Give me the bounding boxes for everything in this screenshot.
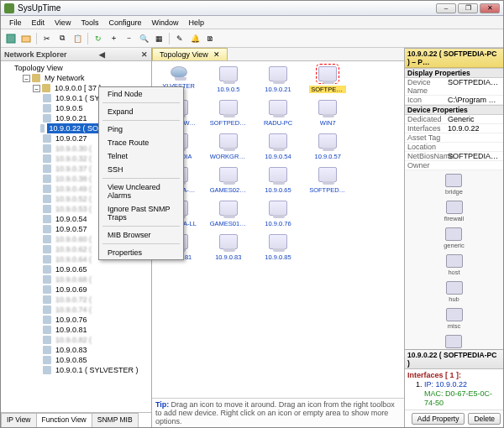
palette-printer[interactable]: printer xyxy=(445,335,463,349)
interface-ip: 10.9.0.22 xyxy=(436,380,468,389)
add-property-button[interactable]: Add Property xyxy=(412,413,465,425)
ctx-properties[interactable]: Properties xyxy=(99,246,183,259)
tree-node[interactable]: 10.9.0.1 ( SYLVESTER ) xyxy=(34,365,150,375)
menu-help[interactable]: Help xyxy=(183,18,209,28)
close-button[interactable]: ✕ xyxy=(480,3,500,13)
property-row[interactable]: DedicatedGeneric xyxy=(405,115,503,124)
delete-button[interactable]: Delete xyxy=(468,413,501,425)
property-row[interactable]: Location xyxy=(405,143,503,152)
property-row[interactable]: Asset Tag xyxy=(405,133,503,143)
tree-node[interactable]: 10.9.0.65 xyxy=(34,264,150,274)
topology-node[interactable]: GAMES02-PC xyxy=(205,167,251,194)
topology-canvas[interactable]: YLVESTER10.9.0.510.9.0.21SOFTPEDIA-PCEDI… xyxy=(152,61,404,398)
menu-configure[interactable]: Configure xyxy=(103,18,146,28)
toolbar-refresh-icon[interactable]: ↻ xyxy=(92,32,105,45)
tree-node[interactable]: 10.9.0.72 ( xyxy=(34,295,150,305)
toolbar-edit-icon[interactable]: ✎ xyxy=(173,32,186,45)
interfaces-section: Interfaces [ 1 ]: xyxy=(407,371,501,380)
property-row[interactable]: Interfaces10.9.0.22 xyxy=(405,124,503,133)
computer-icon xyxy=(318,133,337,149)
tree-node[interactable]: 10.9.0.69 xyxy=(34,284,150,295)
tree-node[interactable]: 10.9.0.83 xyxy=(34,345,150,355)
toolbar-save-icon[interactable] xyxy=(4,32,18,45)
ctx-telnet[interactable]: Telnet xyxy=(99,149,183,163)
topology-node-label: SOFTPEDIA-232 xyxy=(210,119,247,127)
tree-node[interactable]: 10.9.0.85 xyxy=(34,355,150,365)
topology-node[interactable]: SOFTPEDIA-PC xyxy=(305,66,351,93)
tree-node[interactable]: 10.9.0.68 ( xyxy=(34,274,150,284)
maximize-button[interactable]: ❐ xyxy=(458,3,478,13)
ctx-trace-route[interactable]: Trace Route xyxy=(99,136,183,149)
toolbar: ✂ ⧉ 📋 ↻ ＋ － 🔍 ▦ ✎ 🔔 🗎 xyxy=(1,29,503,48)
topology-node[interactable]: WORKGROUP xyxy=(205,133,251,160)
topology-node-label: 10.9.0.85 xyxy=(265,253,291,261)
computer-icon xyxy=(269,234,287,249)
palette-firewall[interactable]: firewall xyxy=(444,201,464,222)
topology-node[interactable]: WIN7 xyxy=(305,100,351,127)
toolbar-paste-icon[interactable]: 📋 xyxy=(71,32,84,45)
toolbar-cut-icon[interactable]: ✂ xyxy=(40,32,54,45)
topology-node[interactable]: SOFTPEDIA-232 xyxy=(205,100,251,127)
topology-node[interactable]: 10.9.0.5 xyxy=(205,66,251,93)
pane-close-icon[interactable]: ✕ xyxy=(141,50,148,59)
topology-node[interactable]: 10.9.0.76 xyxy=(255,201,301,227)
palette-misc[interactable]: misc xyxy=(446,308,463,330)
context-menu: Find NodeExpandPingTrace RouteTelnetSSHV… xyxy=(98,86,184,260)
topology-node[interactable]: SOFTPEDIA-CLI xyxy=(305,167,351,194)
topology-node-label: 10.9.0.76 xyxy=(265,220,291,227)
toolbar-zoomin-icon[interactable]: ＋ xyxy=(107,32,120,45)
tree-node[interactable]: 10.9.0.81 xyxy=(34,325,150,335)
ctx-view-uncleared-alarms[interactable]: View Uncleared Alarms xyxy=(99,180,183,202)
tree-root[interactable]: –My Network xyxy=(14,73,150,83)
property-row[interactable]: Device NameSOFTPEDIA-PC xyxy=(405,78,503,96)
palette-hub[interactable]: hub xyxy=(446,281,463,303)
toolbar-copy-icon[interactable]: ⧉ xyxy=(55,32,69,45)
tree-node[interactable]: 10.9.0.76 xyxy=(34,315,150,325)
toolbar-search-icon[interactable]: 🔍 xyxy=(137,32,150,45)
topology-node[interactable]: GAMES01-PC xyxy=(205,201,251,227)
svg-rect-0 xyxy=(7,34,15,43)
ctx-ssh[interactable]: SSH xyxy=(99,163,183,176)
toolbar-zoomout-icon[interactable]: － xyxy=(122,32,135,45)
palette-bridge[interactable]: bridge xyxy=(445,174,463,196)
pin-icon[interactable]: ◀ xyxy=(99,50,105,59)
tab-topology-view[interactable]: Topology View✕ xyxy=(152,48,228,60)
ctx-mib-browser[interactable]: MIB Browser xyxy=(99,228,183,242)
property-row[interactable]: Owner xyxy=(405,161,503,170)
property-row[interactable]: IconC:\Program Files (… xyxy=(405,96,503,105)
left-tab-ipview[interactable]: IP View xyxy=(1,413,37,427)
toolbar-bell-icon[interactable]: 🔔 xyxy=(188,32,202,45)
menu-edit[interactable]: Edit xyxy=(27,18,50,28)
topology-node[interactable]: 10.9.0.54 xyxy=(255,133,301,160)
status-tip: Tip: Drag an icon to move it around. Dra… xyxy=(152,398,404,427)
left-tab-functionview[interactable]: Function View xyxy=(36,413,92,427)
computer-icon xyxy=(269,201,287,216)
topology-node[interactable]: 10.9.0.83 xyxy=(205,234,251,261)
topology-node[interactable]: 10.9.0.57 xyxy=(305,133,351,160)
toolbar-grid-icon[interactable]: ▦ xyxy=(152,32,165,45)
computer-icon xyxy=(318,100,337,115)
tree-node[interactable]: 10.9.0.74 ( xyxy=(34,305,150,315)
menu-view[interactable]: View xyxy=(50,18,76,28)
topology-node[interactable]: 10.9.0.65 xyxy=(255,167,301,194)
property-row[interactable]: NetBiosNameSOFTPEDIA-PC xyxy=(405,152,503,161)
topology-node[interactable]: RADU-PC xyxy=(255,100,301,127)
menu-window[interactable]: Window xyxy=(146,18,183,28)
ctx-find-node[interactable]: Find Node xyxy=(99,87,183,101)
menu-tools[interactable]: Tools xyxy=(76,18,103,28)
ctx-ping[interactable]: Ping xyxy=(99,123,183,136)
toolbar-open-icon[interactable] xyxy=(19,32,33,45)
palette-generic[interactable]: generic xyxy=(444,227,465,249)
tab-close-icon[interactable]: ✕ xyxy=(213,50,220,59)
left-tab-snmpmib[interactable]: SNMP MIB xyxy=(92,413,139,427)
minimize-button[interactable]: – xyxy=(436,3,456,13)
toolbar-doc-icon[interactable]: 🗎 xyxy=(203,32,217,45)
topology-node[interactable]: 10.9.0.85 xyxy=(255,234,301,261)
ctx-expand[interactable]: Expand xyxy=(99,105,183,118)
menu-file[interactable]: File xyxy=(4,18,27,28)
palette-host[interactable]: host xyxy=(446,254,463,276)
host-icon xyxy=(446,254,463,268)
ctx-ignore-past-snmp-traps[interactable]: Ignore Past SNMP Traps xyxy=(99,202,183,224)
topology-node[interactable]: 10.9.0.21 xyxy=(255,66,301,93)
tree-node[interactable]: 10.9.0.82 ( xyxy=(34,335,150,345)
